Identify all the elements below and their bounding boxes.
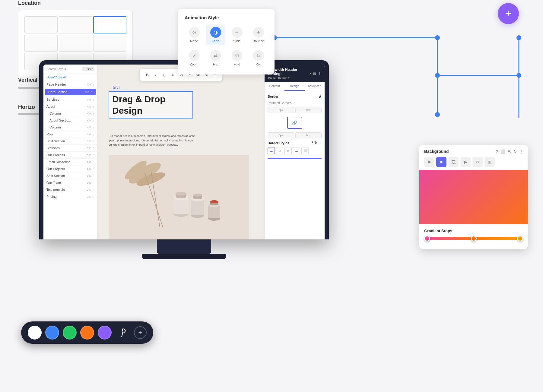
layer-icons: ⊙ ⊡ ⋮	[87, 83, 94, 86]
bg-type-video[interactable]: ▶	[460, 157, 471, 167]
loc-cell-0[interactable]	[24, 16, 58, 33]
layer-split-section[interactable]: Split Section ⊙ ⊡ ⋮	[43, 138, 97, 145]
border-style-5[interactable]: ⬜	[301, 147, 309, 154]
layer-column-1[interactable]: Column ⊙ ⊡ ⋮	[43, 110, 97, 117]
maximize-btn[interactable]: ⊡	[313, 72, 316, 76]
layers-filter-btn[interactable]: + Filter	[82, 67, 94, 71]
bg-type-none[interactable]: ✖	[424, 157, 434, 167]
anim-fade[interactable]: ◑ Fade	[206, 24, 225, 45]
toolbar-underline[interactable]: U	[160, 71, 168, 79]
gradient-slider[interactable]	[424, 237, 523, 243]
color-purple[interactable]	[98, 326, 112, 340]
color-blue[interactable]	[45, 326, 59, 340]
svg-point-10	[435, 112, 440, 117]
grad-stop-mid[interactable]	[471, 236, 477, 242]
layer-icons: ⊙ ⊡ ⋮	[87, 188, 94, 191]
svg-point-9	[516, 73, 521, 78]
anim-zoom[interactable]: ⤢ Zoom	[185, 48, 204, 68]
loc-cell-4[interactable]	[59, 35, 92, 52]
layer-about-section[interactable]: About Sectio... ⊙ ⊡ ⋮	[43, 117, 97, 124]
corner-top-left[interactable]: 0px	[268, 107, 294, 113]
eyedropper-tool[interactable]	[113, 322, 133, 343]
anim-bounce[interactable]: ✦ Bounce	[249, 24, 268, 45]
color-green[interactable]	[63, 326, 77, 340]
tab-content[interactable]: Content	[265, 82, 284, 91]
layer-split-section-2[interactable]: Split Section ⊙ ⊡ ⋮	[43, 172, 97, 179]
loc-cell-2[interactable]	[93, 16, 126, 33]
tab-design[interactable]: Design	[284, 82, 304, 91]
headline-text[interactable]: Drag & DropDesign	[112, 93, 189, 116]
toolbar-bold[interactable]: B	[143, 71, 151, 79]
layer-icons: ⊙ ⊡ ⋮	[87, 154, 94, 156]
add-button[interactable]: +	[498, 3, 519, 24]
grad-stop-yellow[interactable]	[517, 236, 523, 242]
layer-column-2[interactable]: Column ⊙ ⊡ ⋮	[43, 124, 97, 131]
layer-icons: ⊙ ⊡ ⋮	[87, 168, 94, 170]
border-label: Border	[268, 95, 278, 98]
more-icon[interactable]: ⋮	[519, 149, 523, 154]
color-white[interactable]	[28, 326, 42, 340]
more-icon[interactable]: ⋮	[318, 141, 322, 145]
settings-preset[interactable]: Preset: Default ▾	[268, 77, 310, 80]
toolbar-align[interactable]: ≡	[168, 71, 177, 79]
bg-type-solid[interactable]: ■	[436, 157, 446, 167]
layer-services[interactable]: Services ⊙ ⊡ ⋮	[43, 96, 97, 103]
cursor-icon[interactable]: ↖	[508, 149, 511, 154]
help-icon[interactable]: ?	[311, 141, 313, 145]
loc-cell-3[interactable]	[24, 35, 58, 52]
layer-name: Column	[49, 125, 61, 129]
border-toggle[interactable]: ∧	[319, 94, 322, 99]
anim-fold[interactable]: ⧉ Fold	[227, 48, 246, 68]
anim-roll-icon: ↻	[253, 50, 264, 61]
toolbar-italic[interactable]: I	[151, 71, 160, 79]
loc-cell-5[interactable]	[93, 35, 126, 52]
anim-none[interactable]: ⊘ None	[185, 24, 204, 45]
headline-box[interactable]: Drag & DropDesign	[109, 91, 193, 119]
border-style-2[interactable]: □	[276, 147, 283, 154]
layer-name: Statistics	[46, 146, 60, 150]
color-orange[interactable]	[80, 326, 94, 340]
layer-email-subscribe[interactable]: Email Subscribe ⊙ ⊡ ⋮	[43, 159, 97, 166]
layer-hero-section[interactable]: Hero Section ⊙ ⊡ ⋮	[45, 89, 96, 96]
close-btn[interactable]: ×	[310, 72, 311, 76]
border-style-solid[interactable]: ▬	[268, 147, 275, 154]
gradient-stops-label: Gradient Stops	[419, 224, 528, 236]
grad-stop-pink[interactable]	[424, 236, 430, 242]
border-style-4[interactable]: ▬	[293, 147, 300, 154]
layer-statistics[interactable]: Statistics ⊙ ⊡ ⋮	[43, 145, 97, 152]
anim-roll[interactable]: ↻ Roll	[249, 48, 268, 68]
gradient-preview[interactable]	[419, 170, 528, 224]
layer-testimonials[interactable]: Testimonials ⊙ ⊡ ⋮	[43, 186, 97, 193]
layer-row[interactable]: Row ⊙ ⊡ ⋮	[43, 131, 97, 138]
gradient-track	[424, 237, 523, 240]
bg-type-map[interactable]: ⊞	[484, 157, 495, 167]
layer-page-header[interactable]: Page Header ⊙ ⊡ ⋮	[43, 81, 97, 88]
corner-top-right[interactable]: 0px	[295, 107, 322, 113]
bg-type-image[interactable]: 🖼	[448, 157, 459, 167]
layers-header: Search Layers + Filter	[43, 65, 97, 74]
gradient-header: Background ? ⬜ ↖ ↻ ⋮	[419, 145, 528, 157]
loc-cell-1[interactable]	[59, 16, 92, 33]
corner-bottom-right[interactable]: 0px	[295, 132, 322, 138]
border-style-3[interactable]: ▭	[284, 147, 292, 154]
layer-our-projects[interactable]: Our Projects ⊙ ⊡ ⋮	[43, 166, 97, 172]
tab-advanced[interactable]: Advanced	[305, 82, 325, 91]
bg-type-pattern[interactable]: ✉	[472, 157, 483, 167]
layer-our-team[interactable]: Our Team ⊙ ⊡ ⋮	[43, 179, 97, 186]
anim-slide[interactable]: → Slide	[227, 24, 246, 45]
layer-our-process[interactable]: Our Process ⊙ ⊡ ⋮	[43, 152, 97, 159]
add-color-btn[interactable]: +	[134, 326, 147, 339]
anim-flip[interactable]: ⇄ Flip	[206, 48, 225, 68]
anim-none-icon: ⊘	[189, 27, 200, 38]
reset-icon[interactable]: ↻	[513, 149, 517, 154]
menu-btn[interactable]: ⋮	[318, 72, 321, 76]
monitor-icon[interactable]: ⬜	[500, 149, 505, 154]
svg-point-6	[435, 35, 440, 40]
corner-bottom-left[interactable]: 0px	[268, 132, 294, 138]
open-close-all[interactable]: Open/Close All	[43, 74, 97, 81]
help-icon[interactable]: ?	[496, 149, 498, 154]
layer-pricing[interactable]: Pricing ⊙ ⊡ ⋮	[43, 193, 97, 200]
layer-about[interactable]: About ⊙ ⊡ ⋮	[43, 103, 97, 110]
svg-point-8	[516, 35, 521, 40]
refresh-icon[interactable]: ↻	[314, 141, 317, 145]
